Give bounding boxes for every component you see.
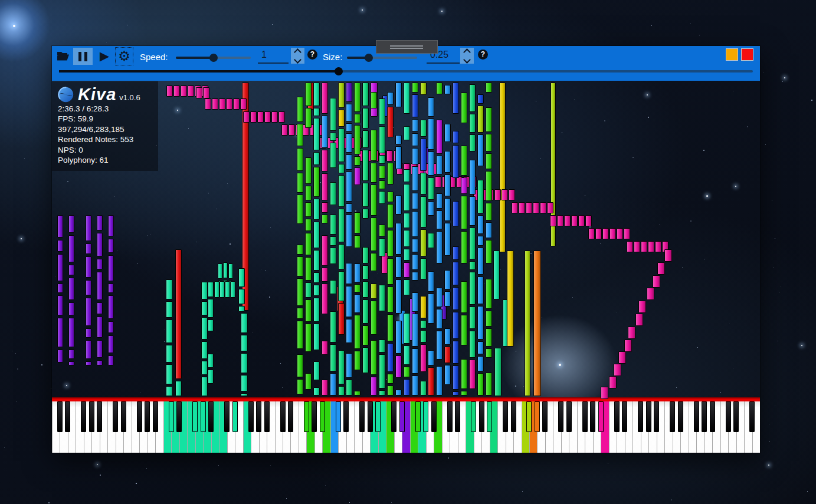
black-key[interactable] xyxy=(312,401,317,432)
black-key[interactable] xyxy=(320,401,325,432)
stat-nps: NPS: 0 xyxy=(58,145,152,155)
black-key[interactable] xyxy=(638,401,643,432)
seek-bar[interactable] xyxy=(59,70,753,73)
speed-help-icon[interactable]: ? xyxy=(307,50,317,60)
black-key[interactable] xyxy=(566,401,572,432)
star xyxy=(12,351,12,351)
black-key[interactable] xyxy=(137,401,142,432)
black-key[interactable] xyxy=(343,401,349,432)
black-key[interactable] xyxy=(121,401,126,432)
spinner-up-icon[interactable] xyxy=(294,48,302,56)
close-button[interactable] xyxy=(741,48,753,61)
star xyxy=(769,424,770,424)
star xyxy=(448,457,449,459)
black-key[interactable] xyxy=(535,401,540,432)
black-key[interactable] xyxy=(455,401,460,432)
size-help-icon[interactable]: ? xyxy=(478,50,488,60)
open-file-icon[interactable] xyxy=(57,51,70,61)
black-key[interactable] xyxy=(57,401,63,432)
black-key[interactable] xyxy=(582,401,588,432)
spinner-down-icon[interactable] xyxy=(294,56,302,64)
speed-slider-thumb[interactable] xyxy=(209,54,218,62)
pause-button[interactable] xyxy=(73,48,93,65)
star xyxy=(779,292,779,293)
spinner-up-icon[interactable] xyxy=(463,48,471,56)
speed-spinner[interactable] xyxy=(291,48,304,64)
black-key[interactable] xyxy=(201,401,206,432)
black-key[interactable] xyxy=(375,401,381,432)
speed-slider[interactable] xyxy=(176,57,251,59)
black-key[interactable] xyxy=(654,401,659,432)
star xyxy=(15,353,16,354)
black-key[interactable] xyxy=(614,401,620,432)
star xyxy=(765,144,766,145)
black-key[interactable] xyxy=(304,401,309,432)
black-key[interactable] xyxy=(264,401,270,432)
app-name: Kiva xyxy=(78,85,116,103)
stat-polyphony: Polyphony: 61 xyxy=(58,155,152,165)
black-key[interactable] xyxy=(224,401,230,432)
star xyxy=(4,447,5,447)
black-key[interactable] xyxy=(415,401,421,432)
black-key[interactable] xyxy=(749,401,755,432)
black-key[interactable] xyxy=(622,401,627,432)
black-key[interactable] xyxy=(256,401,261,432)
stat-rendered-notes: Rendered Notes: 553 xyxy=(58,134,152,144)
black-key[interactable] xyxy=(702,401,707,432)
black-key[interactable] xyxy=(81,401,86,432)
black-key[interactable] xyxy=(590,401,595,432)
black-key[interactable] xyxy=(248,401,254,432)
black-key[interactable] xyxy=(598,401,604,432)
bright-star xyxy=(441,11,443,12)
black-key[interactable] xyxy=(423,401,428,432)
black-key[interactable] xyxy=(471,401,476,432)
black-key[interactable] xyxy=(487,401,492,432)
minimize-button[interactable] xyxy=(726,48,738,61)
black-key[interactable] xyxy=(479,401,484,432)
black-key[interactable] xyxy=(646,401,651,432)
black-key[interactable] xyxy=(176,401,182,432)
black-key[interactable] xyxy=(670,401,675,432)
black-key[interactable] xyxy=(232,401,238,432)
size-spinner[interactable] xyxy=(460,48,474,64)
black-key[interactable] xyxy=(431,401,437,432)
size-slider-thumb[interactable] xyxy=(365,54,373,62)
black-key[interactable] xyxy=(288,401,293,432)
star xyxy=(325,485,326,486)
play-button[interactable]: ▶ xyxy=(98,48,111,64)
black-key[interactable] xyxy=(526,401,532,432)
black-key[interactable] xyxy=(336,401,341,432)
black-key[interactable] xyxy=(558,401,563,432)
black-key[interactable] xyxy=(113,401,118,432)
black-key[interactable] xyxy=(733,401,739,432)
black-key[interactable] xyxy=(145,401,150,432)
black-key[interactable] xyxy=(694,401,699,432)
black-key[interactable] xyxy=(89,401,94,432)
spinner-down-icon[interactable] xyxy=(463,56,471,64)
black-key[interactable] xyxy=(678,401,683,432)
black-key[interactable] xyxy=(542,401,548,432)
black-key[interactable] xyxy=(368,401,373,432)
star xyxy=(651,25,652,26)
drag-grip-tab[interactable] xyxy=(376,40,438,54)
black-key[interactable] xyxy=(192,401,198,432)
speed-input[interactable]: 1 xyxy=(258,50,289,64)
black-key[interactable] xyxy=(726,401,731,432)
black-key[interactable] xyxy=(208,401,214,432)
black-key[interactable] xyxy=(280,401,286,432)
black-key[interactable] xyxy=(153,401,158,432)
settings-gear-icon[interactable]: ⚙ xyxy=(115,47,133,65)
black-key[interactable] xyxy=(447,401,453,432)
star xyxy=(286,498,287,499)
black-key[interactable] xyxy=(65,401,70,432)
black-key[interactable] xyxy=(359,401,365,432)
seek-bar-thumb[interactable] xyxy=(335,67,343,75)
black-key[interactable] xyxy=(391,401,396,432)
black-key[interactable] xyxy=(399,401,405,432)
black-key[interactable] xyxy=(710,401,715,432)
black-key[interactable] xyxy=(511,401,516,432)
black-key[interactable] xyxy=(169,401,174,432)
size-slider[interactable] xyxy=(347,57,417,59)
black-key[interactable] xyxy=(503,401,508,432)
black-key[interactable] xyxy=(97,401,102,432)
